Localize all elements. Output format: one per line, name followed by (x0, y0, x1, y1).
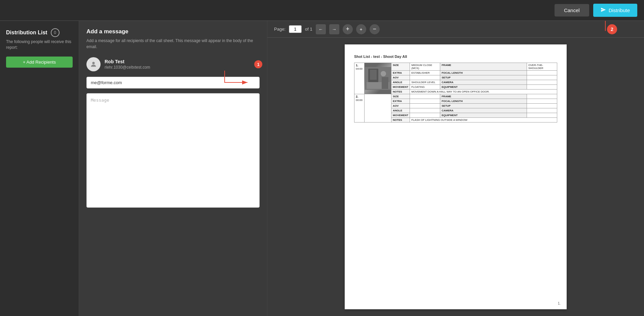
preview-content: Shot List - test - Shoot Day All 1. 04:0… (267, 38, 644, 316)
zoom-in-button[interactable]: + (343, 24, 353, 34)
svg-rect-8 (382, 77, 388, 89)
document-preview: Shot List - test - Shoot Day All 1. 04:0… (345, 44, 567, 309)
email-input[interactable] (86, 77, 260, 89)
topbar: Cancel Distribute (0, 0, 644, 21)
distribution-count-badge: 0 (51, 28, 60, 37)
document-page-number: 1. (558, 302, 561, 305)
next-page-button[interactable]: → (329, 24, 339, 34)
message-panel-title: Add a message (86, 28, 260, 35)
preview-panel: Page: of 1 ← → + + − 2 (267, 21, 644, 316)
of-label: of 1 (305, 27, 312, 32)
preview-toolbar: Page: of 1 ← → + + − 2 (267, 21, 644, 38)
shot-image-1 (365, 63, 391, 94)
shot-time-2: 00:00 (356, 99, 363, 102)
recipient-row: Rob Test rlehr.1030@celtxtest.com 1 (86, 57, 260, 71)
prev-page-button[interactable]: ← (316, 24, 326, 34)
message-panel: Add a message Add a message for all reci… (79, 21, 267, 316)
send-icon (601, 7, 606, 13)
distribution-title: Distribution List (6, 30, 47, 36)
svg-point-0 (92, 62, 94, 64)
document-title: Shot List - test - Shoot Day All (354, 55, 557, 59)
step-badge-2: 2 (607, 24, 617, 34)
sidebar: Distribution List 0 The following people… (0, 21, 79, 316)
page-number-input[interactable] (289, 25, 302, 33)
recipient-avatar (86, 57, 101, 71)
zoom-out-button[interactable]: − (370, 24, 380, 34)
shot-time-1: 04:00 (356, 67, 363, 70)
message-panel-description: Add a message for all recipients of the … (86, 38, 260, 50)
distribute-button[interactable]: Distribute (593, 4, 637, 17)
main-content: Distribution List 0 The following people… (0, 21, 644, 316)
distribution-title-row: Distribution List 0 (6, 28, 73, 37)
recipient-email: rlehr.1030@celtxtest.com (105, 65, 260, 70)
cancel-button[interactable]: Cancel (555, 4, 589, 16)
shot-list-table: 1. 04:00 (354, 63, 557, 122)
shot-number-2: 2. (356, 95, 358, 98)
add-recipients-button[interactable]: + Add Recipients (6, 57, 73, 68)
shot-number-1: 1. (356, 64, 358, 67)
recipient-name: Rob Test (105, 59, 260, 64)
distribution-subtitle: The following people will receive this r… (6, 39, 73, 50)
step-badge-1: 1 (254, 60, 262, 68)
svg-rect-5 (370, 70, 377, 80)
svg-point-7 (381, 71, 386, 76)
page-label: Page: (274, 27, 286, 32)
recipient-info: Rob Test rlehr.1030@celtxtest.com (105, 59, 260, 70)
zoom-fit-button[interactable]: + (356, 24, 366, 34)
message-textarea[interactable] (86, 93, 260, 208)
